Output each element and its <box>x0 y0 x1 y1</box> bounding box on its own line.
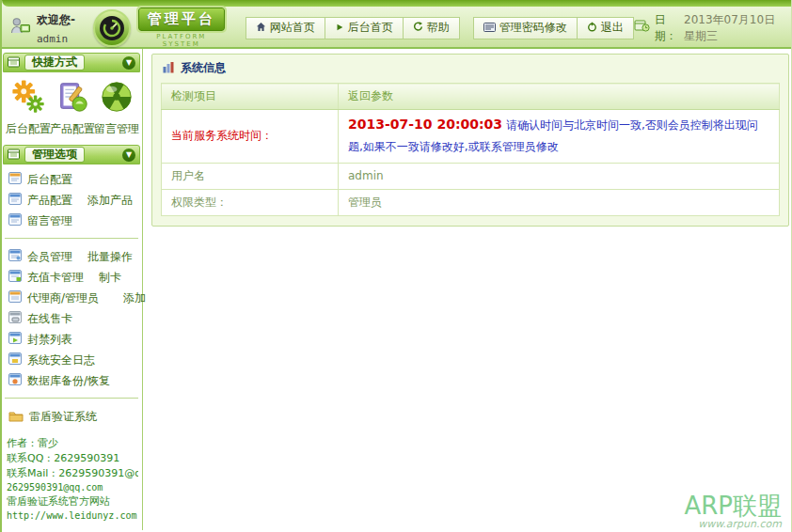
refresh-help-icon <box>413 22 423 35</box>
official-site-label[interactable]: 雷盾验证系统官方网站 <box>7 494 138 509</box>
calendar-clock-icon <box>634 19 650 37</box>
nav-admin-home-button[interactable]: 后台首页 <box>325 17 404 39</box>
window-icon <box>8 193 22 208</box>
window-icon <box>8 172 22 187</box>
window-icon <box>8 332 22 347</box>
menu-item-online-card-sale: 在线售卡 <box>8 308 140 329</box>
server-time-label: 当前服务系统时间： <box>162 110 339 164</box>
table-header-row: 检测项目 返回参数 <box>162 84 780 110</box>
welcome-label: 欢迎您- <box>37 13 75 26</box>
date-label: 日期： <box>655 12 679 44</box>
folder-icon <box>8 410 24 425</box>
panel-title-bar: 系统信息 <box>152 55 788 81</box>
menu-item-backend-config: 后台配置 <box>8 169 140 190</box>
menu-item-member-manage: 会员管理 批量操作 <box>8 246 140 267</box>
menu-item-security-log: 系统安全日志 <box>8 350 140 370</box>
menu-item-db-backup: 数据库备份/恢复 <box>8 370 140 391</box>
column-header-return-param: 返回参数 <box>339 84 780 110</box>
play-icon <box>335 22 344 35</box>
header-top-strip <box>2 0 791 7</box>
menu-item-ban-list: 封禁列表 <box>8 329 140 350</box>
menu-item-leidun-system[interactable]: 雷盾验证系统 <box>3 401 140 427</box>
manage-section-header: 管理选项 ▼ <box>3 145 140 164</box>
quick-shortcuts: 后台配置 产品配置 <box>3 72 140 143</box>
home-icon <box>256 22 266 35</box>
window-icon <box>8 270 22 285</box>
permission-label: 权限类型： <box>162 189 339 215</box>
nav-change-password-button[interactable]: 管理密码修改 <box>473 17 578 39</box>
main-content: 系统信息 检测项目 返回参数 当前服务系统时间： 2013-07-10 <box>143 49 792 530</box>
window-icon <box>8 213 22 228</box>
power-icon <box>587 22 597 35</box>
system-info-table: 检测项目 返回参数 当前服务系统时间： 2013-07-10 20:00:03 … <box>161 83 780 216</box>
brand-subtitle: PLATFORM SYSTEM <box>138 33 225 48</box>
table-row-permission: 权限类型： 管理员 <box>162 189 780 215</box>
collapse-arrow-button[interactable]: ▼ <box>122 149 135 162</box>
official-site-url[interactable]: http://www.leidunyz.com <box>7 509 138 524</box>
menu-extra-make-card[interactable]: 制卡 <box>99 270 121 286</box>
nav-group-main: 网站首页 后台首页 帮助 <box>246 17 460 39</box>
menu-item-product-config: 产品配置 添加产品 <box>8 190 140 211</box>
nav-help-button[interactable]: 帮助 <box>404 17 460 39</box>
collapse-arrow-button[interactable]: ▼ <box>122 56 135 70</box>
nav-site-home-button[interactable]: 网站首页 <box>246 17 325 39</box>
window-icon <box>8 249 22 264</box>
quick-section-header: 快捷方式 ▼ <box>3 53 140 72</box>
sidebar-divider <box>5 398 138 399</box>
author-line: 作者：雷少 <box>7 436 138 451</box>
server-time-value-cell: 2013-07-10 20:00:03 请确认时间与北京时间一致,否则会员控制将… <box>339 110 780 164</box>
bar-chart-icon <box>162 61 175 76</box>
table-row-server-time: 当前服务系统时间： 2013-07-10 20:00:03 请确认时间与北京时间… <box>162 110 780 164</box>
author-info: 作者：雷少 联系QQ：2629590391 联系Mail：2629590391@… <box>3 427 140 524</box>
keyboard-icon <box>483 22 496 35</box>
user-computer-icon <box>9 17 32 39</box>
brand-title: 管理平台 <box>138 8 225 31</box>
table-row-username: 用户名 admin <box>162 163 780 189</box>
clipboard-pencil-icon <box>55 101 90 118</box>
menu-extra-add-product[interactable]: 添加产品 <box>87 193 133 209</box>
logged-in-username: admin <box>37 33 68 45</box>
menu-item-agent-admin: 代理商/管理员 添加 <box>8 288 140 308</box>
window-icon <box>8 290 22 305</box>
quick-item-product-config[interactable]: 产品配置 <box>50 79 94 137</box>
date-value: 2013年07月10日 星期三 <box>684 12 778 44</box>
column-header-check-item: 检测项目 <box>162 84 339 110</box>
date-block: 日期： 2013年07月10日 星期三 <box>634 12 784 44</box>
permission-value: 管理员 <box>339 189 780 215</box>
watermark-title: ARP联盟 <box>684 493 782 518</box>
manage-section-title: 管理选项 <box>24 147 85 163</box>
menu-extra-batch-ops[interactable]: 批量操作 <box>87 249 133 265</box>
grid-calendar-icon <box>8 146 20 164</box>
server-time-value: 2013-07-10 20:00:03 <box>348 117 502 132</box>
author-mail-line: 联系Mail：2629590391@qq.com <box>7 466 138 481</box>
gears-icon <box>10 101 46 118</box>
system-info-panel: 系统信息 检测项目 返回参数 当前服务系统时间： 2013-07-10 <box>151 54 789 227</box>
menu-group-1: 后台配置 产品配置 添加产品 留言管理 <box>3 164 140 235</box>
sidebar-divider <box>5 238 138 239</box>
brand-block: 管理平台 PLATFORM SYSTEM <box>138 8 225 48</box>
username-label: 用户名 <box>162 163 339 189</box>
menu-group-2: 会员管理 批量操作 充值卡管理 制卡 代理商/管理员 添加 在线售卡 <box>3 242 140 395</box>
sphere-icon <box>99 101 135 118</box>
welcome-block: 欢迎您- admin <box>9 9 87 46</box>
admin-page: 欢迎您- admin 管理平台 PLATFORM SYSTEM <box>0 0 792 532</box>
quick-item-backend-config[interactable]: 后台配置 <box>6 79 50 137</box>
nav-logout-button[interactable]: 退出 <box>578 17 634 39</box>
grid-calendar-icon <box>8 54 20 71</box>
quick-item-message-manage[interactable]: 留言管理 <box>94 79 138 137</box>
panel-title: 系统信息 <box>181 60 226 76</box>
window-icon <box>8 311 22 326</box>
author-qq-line: 联系QQ：2629590391 <box>7 451 138 466</box>
watermark-url: www.arpun.com <box>684 518 782 530</box>
logo-dial-icon <box>100 16 124 40</box>
menu-item-message-manage: 留言管理 <box>8 211 140 231</box>
quick-section-title: 快捷方式 <box>24 55 85 70</box>
window-icon <box>8 373 22 388</box>
platform-logo <box>93 9 131 47</box>
header: 欢迎您- admin 管理平台 PLATFORM SYSTEM <box>2 0 791 49</box>
arp-watermark: ARP联盟 www.arpun.com <box>684 493 782 530</box>
author-mail-address[interactable]: 2629590391@qq.com <box>7 481 138 495</box>
username-value: admin <box>339 163 780 189</box>
window-icon <box>8 352 22 368</box>
sidebar: 快捷方式 ▼ <box>2 49 143 530</box>
